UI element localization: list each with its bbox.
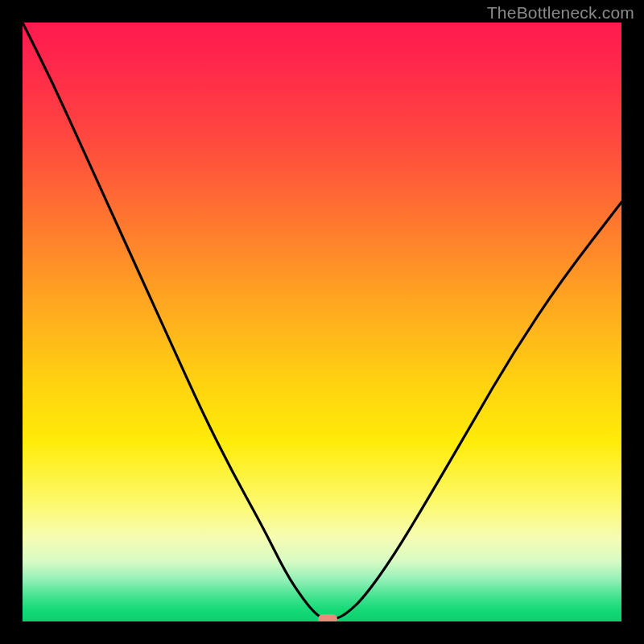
optimal-point-marker (318, 614, 337, 621)
chart-frame: TheBottleneck.com (0, 0, 644, 644)
watermark-text: TheBottleneck.com (487, 3, 634, 23)
plot-area (23, 23, 621, 621)
bottleneck-curve (23, 23, 621, 621)
